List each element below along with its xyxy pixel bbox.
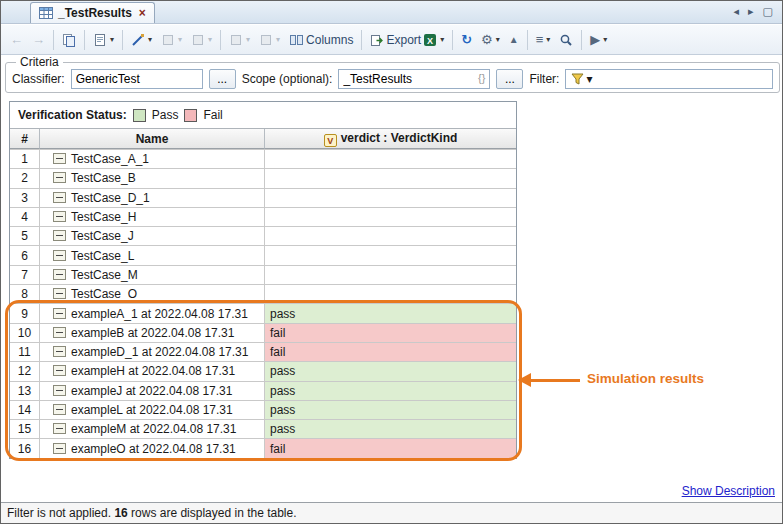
copy-rows-button[interactable]: ▾ <box>157 28 186 52</box>
table-row[interactable]: 12exampleH at 2022.04.08 17.31pass <box>10 361 516 380</box>
show-description-link[interactable]: Show Description <box>682 484 775 498</box>
row-number-cell[interactable]: 12 <box>10 361 40 380</box>
row-name-cell[interactable]: exampleA_1 at 2022.04.08 17.31 <box>40 303 265 322</box>
table-row[interactable]: 16exampleO at 2022.04.08 17.31fail <box>10 438 516 457</box>
row-name-cell[interactable]: exampleO at 2022.04.08 17.31 <box>40 438 265 457</box>
classifier-browse-button[interactable]: ... <box>209 69 236 89</box>
copy-button[interactable] <box>58 28 80 52</box>
next-tab-icon[interactable]: ▸ <box>748 5 754 18</box>
row-number-cell[interactable]: 6 <box>10 245 40 264</box>
table-row[interactable]: 8TestCase_O <box>10 284 516 303</box>
column-header-name[interactable]: Name <box>40 129 265 149</box>
row-verdict-cell[interactable]: pass <box>265 419 516 438</box>
row-verdict-cell[interactable] <box>265 149 516 168</box>
row-name-cell[interactable]: TestCase_B <box>40 168 265 187</box>
row-verdict-cell[interactable] <box>265 226 516 245</box>
row-name-cell[interactable]: exampleJ at 2022.04.08 17.31 <box>40 381 265 400</box>
row-name-cell[interactable]: exampleD_1 at 2022.04.08 17.31 <box>40 342 265 361</box>
row-number-cell[interactable]: 16 <box>10 438 40 457</box>
column-header-number[interactable]: # <box>10 129 40 149</box>
remove-row-button[interactable]: ▾ <box>255 28 284 52</box>
paste-rows-button[interactable]: ▾ <box>187 28 216 52</box>
filter-field[interactable]: ▾ <box>565 69 773 89</box>
table-row[interactable]: 3TestCase_D_1 <box>10 188 516 207</box>
collapse-button[interactable]: ▲ <box>505 28 523 52</box>
row-number-cell[interactable]: 1 <box>10 149 40 168</box>
row-name-cell[interactable]: TestCase_H <box>40 207 265 226</box>
row-verdict-cell[interactable] <box>265 265 516 284</box>
row-number-cell[interactable]: 14 <box>10 400 40 419</box>
row-verdict-cell[interactable]: pass <box>265 381 516 400</box>
search-button[interactable] <box>555 28 577 52</box>
row-number-cell[interactable]: 13 <box>10 381 40 400</box>
row-name-cell[interactable]: TestCase_M <box>40 265 265 284</box>
row-number-cell[interactable]: 9 <box>10 303 40 322</box>
row-name-cell[interactable]: exampleM at 2022.04.08 17.31 <box>40 419 265 438</box>
row-name-cell[interactable]: TestCase_O <box>40 284 265 303</box>
table-row[interactable]: 5TestCase_J <box>10 226 516 245</box>
view-mode-button[interactable]: ≡▾ <box>532 28 555 52</box>
row-number-cell[interactable]: 3 <box>10 188 40 207</box>
row-verdict-cell[interactable] <box>265 245 516 264</box>
tab-testresults[interactable]: _TestResults × <box>30 2 155 23</box>
table-row[interactable]: 4TestCase_H <box>10 207 516 226</box>
row-verdict-cell[interactable] <box>265 188 516 207</box>
table-row[interactable]: 2TestCase_B <box>10 168 516 187</box>
row-number-cell[interactable]: 10 <box>10 323 40 342</box>
row-name-cell[interactable]: exampleB at 2022.04.08 17.31 <box>40 323 265 342</box>
export-button-label: Export <box>386 33 421 47</box>
row-verdict-cell[interactable]: fail <box>265 323 516 342</box>
export-button[interactable]: ExportX▾ <box>366 28 448 52</box>
refresh-button[interactable]: ↻ <box>457 28 476 52</box>
row-verdict-cell[interactable] <box>265 207 516 226</box>
table-row[interactable]: 1TestCase_A_1 <box>10 149 516 168</box>
row-verdict-cell[interactable] <box>265 284 516 303</box>
row-name-cell[interactable]: exampleL at 2022.04.08 17.31 <box>40 400 265 419</box>
row-verdict-cell[interactable]: pass <box>265 400 516 419</box>
table-row[interactable]: 7TestCase_M <box>10 265 516 284</box>
row-number-cell[interactable]: 5 <box>10 226 40 245</box>
settings-button[interactable]: ⚙▾ <box>477 28 504 52</box>
results-rows: 1TestCase_A_12TestCase_B3TestCase_D_14Te… <box>10 149 516 458</box>
row-name-cell[interactable]: exampleH at 2022.04.08 17.31 <box>40 361 265 380</box>
table-row[interactable]: 15exampleM at 2022.04.08 17.31pass <box>10 419 516 438</box>
line-style-button[interactable]: ▾ <box>127 28 156 52</box>
table-row[interactable]: 9exampleA_1 at 2022.04.08 17.31pass <box>10 303 516 322</box>
column-header-verdict[interactable]: Vverdict : VerdictKind <box>265 129 516 149</box>
run-button[interactable]: ▶▾ <box>586 28 611 52</box>
prev-tab-icon[interactable]: ◂ <box>734 5 740 18</box>
table-row[interactable]: 10exampleB at 2022.04.08 17.31fail <box>10 323 516 342</box>
table-row[interactable]: 11exampleD_1 at 2022.04.08 17.31fail <box>10 342 516 361</box>
row-number-cell[interactable]: 2 <box>10 168 40 187</box>
row-verdict-cell[interactable]: pass <box>265 361 516 380</box>
row-verdict-cell[interactable]: fail <box>265 342 516 361</box>
row-verdict-cell[interactable]: fail <box>265 438 516 457</box>
row-verdict-cell[interactable] <box>265 168 516 187</box>
tab-close-icon[interactable]: × <box>139 6 146 20</box>
classifier-input[interactable] <box>71 69 203 89</box>
row-name-cell[interactable]: TestCase_L <box>40 245 265 264</box>
row-number-cell[interactable]: 8 <box>10 284 40 303</box>
row-verdict-cell[interactable]: pass <box>265 303 516 322</box>
paste-icon <box>191 33 205 47</box>
add-row-button[interactable]: ▾ <box>225 28 254 52</box>
instance-icon <box>53 269 66 280</box>
row-name-cell[interactable]: TestCase_D_1 <box>40 188 265 207</box>
maximize-icon[interactable]: ▢ <box>763 5 773 18</box>
row-number-cell[interactable]: 4 <box>10 207 40 226</box>
columns-button[interactable]: Columns <box>285 28 357 52</box>
scope-input[interactable] <box>338 69 490 89</box>
table-row[interactable]: 14exampleL at 2022.04.08 17.31pass <box>10 400 516 419</box>
dropdown-icon: ▾ <box>148 35 152 44</box>
table-row[interactable]: 6TestCase_L <box>10 245 516 264</box>
row-name-cell[interactable]: TestCase_A_1 <box>40 149 265 168</box>
row-number-cell[interactable]: 11 <box>10 342 40 361</box>
table-row[interactable]: 13exampleJ at 2022.04.08 17.31pass <box>10 381 516 400</box>
forward-button[interactable]: → <box>28 28 49 52</box>
row-number-cell[interactable]: 15 <box>10 419 40 438</box>
scope-browse-button[interactable]: ... <box>496 69 523 89</box>
row-number-cell[interactable]: 7 <box>10 265 40 284</box>
report-button[interactable]: ▾ <box>89 28 118 52</box>
back-button[interactable]: ← <box>6 28 27 52</box>
row-name-cell[interactable]: TestCase_J <box>40 226 265 245</box>
